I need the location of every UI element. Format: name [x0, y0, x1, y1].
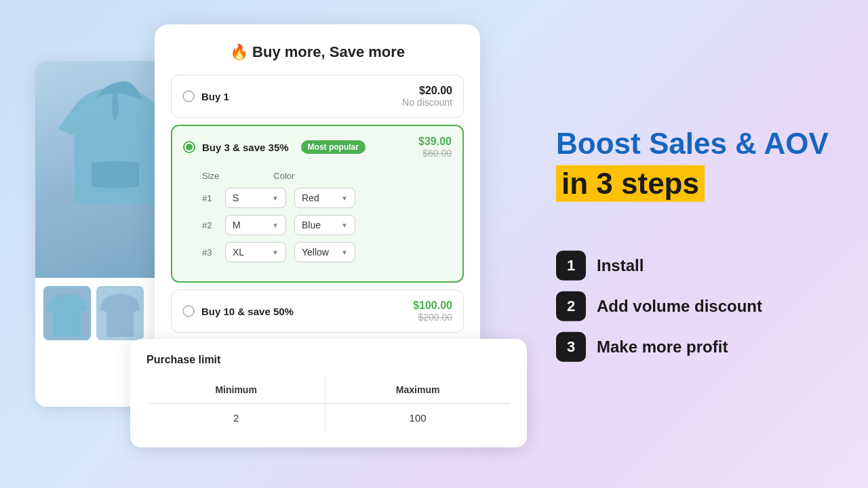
variant-header: Size Color	[202, 171, 452, 181]
size-select-1[interactable]: S ▼	[225, 188, 286, 208]
pl-value-maximum: 100	[326, 404, 511, 432]
pl-header-row: Minimum Maximum	[147, 376, 511, 404]
option-buy1-left: Buy 1	[182, 90, 229, 102]
color-header: Color	[273, 171, 294, 181]
purchase-limit-table: Minimum Maximum 2 100	[146, 375, 511, 432]
option-buy3[interactable]: Buy 3 & save 35% Most popular $39.00 $60…	[171, 125, 464, 283]
option-buy10-label: Buy 10 & save 50%	[201, 306, 294, 317]
color-arrow-2: ▼	[341, 222, 348, 229]
color-arrow-3: ▼	[341, 249, 348, 256]
size-select-2[interactable]: M ▼	[225, 215, 286, 235]
color-value-3: Yellow	[302, 247, 329, 258]
option-buy1-discount: No discount	[402, 97, 452, 108]
main-widget-card: 🔥 Buy more, Save more Buy 1 $20.00 No di…	[155, 24, 480, 359]
steps-list: 1 Install 2 Add volume discount 3 Make m…	[556, 250, 841, 361]
variant-row-2: #2 M ▼ Blue ▼	[202, 215, 452, 235]
pl-col-minimum: Minimum	[147, 376, 326, 404]
option-buy1-price: $20.00	[402, 85, 452, 97]
popular-badge: Most popular	[301, 140, 366, 154]
size-arrow-2: ▼	[272, 222, 279, 229]
option-buy10-left: Buy 10 & save 50%	[182, 305, 294, 317]
variant-num-3: #3	[202, 247, 217, 258]
radio-buy10[interactable]	[182, 305, 195, 317]
option-buy1-right: $20.00 No discount	[402, 85, 452, 108]
size-value-1: S	[233, 192, 239, 203]
step-label-1: Install	[597, 256, 644, 274]
option-buy10-original: $200.00	[413, 312, 452, 323]
product-thumb-2[interactable]	[96, 286, 144, 340]
option-buy3-original: $60.00	[418, 148, 452, 159]
size-arrow-1: ▼	[272, 195, 279, 202]
variant-row-1: #1 S ▼ Red ▼	[202, 188, 452, 208]
size-value-3: XL	[233, 247, 244, 258]
size-header: Size	[202, 171, 219, 181]
variant-num-1: #1	[202, 193, 217, 203]
step-item-3: 3 Make more profit	[556, 331, 841, 361]
step-label-3: Make more profit	[597, 337, 728, 356]
step-num-1: 1	[556, 250, 586, 280]
size-arrow-3: ▼	[272, 249, 279, 256]
step-label-2: Add volume discount	[597, 296, 762, 315]
color-select-1[interactable]: Red ▼	[294, 188, 355, 208]
variant-section: Size Color #1 S ▼ Red ▼	[183, 164, 452, 272]
color-select-3[interactable]: Yellow ▼	[294, 242, 355, 262]
size-select-3[interactable]: XL ▼	[225, 242, 286, 262]
option-buy10-price: $100.00	[413, 300, 452, 312]
step-item-2: 2 Add volume discount	[556, 291, 841, 321]
option-buy1[interactable]: Buy 1 $20.00 No discount	[171, 75, 464, 118]
option-buy3-left: Buy 3 & save 35% Most popular	[183, 140, 366, 154]
pl-value-minimum: 2	[147, 404, 326, 432]
option-buy1-label: Buy 1	[201, 91, 229, 102]
pl-col-maximum: Maximum	[326, 376, 511, 404]
step-num-3: 3	[556, 331, 586, 361]
boost-subtitle: in 3 steps	[556, 165, 705, 201]
purchase-limit-title: Purchase limit	[146, 354, 511, 366]
option-buy3-label: Buy 3 & save 35%	[202, 142, 289, 153]
pl-data-row: 2 100	[147, 404, 511, 432]
color-arrow-1: ▼	[341, 195, 348, 202]
purchase-limit-card: Purchase limit Minimum Maximum 2 100	[130, 339, 527, 447]
option-buy3-right: $39.00 $60.00	[418, 136, 452, 159]
right-panel: Boost Sales & AOV in 3 steps 1 Install 2…	[556, 127, 841, 362]
radio-buy3[interactable]	[183, 141, 195, 153]
step-item-1: 1 Install	[556, 250, 841, 280]
color-value-2: Blue	[302, 220, 321, 230]
option-buy3-price: $39.00	[418, 136, 452, 148]
variant-num-2: #2	[202, 220, 217, 230]
variant-row-3: #3 XL ▼ Yellow ▼	[202, 242, 452, 262]
boost-headline: Boost Sales & AOV	[556, 127, 841, 161]
color-value-1: Red	[302, 192, 319, 203]
option-buy10-right: $100.00 $200.00	[413, 300, 452, 323]
step-num-2: 2	[556, 291, 586, 321]
product-thumb-1[interactable]	[43, 286, 91, 340]
card-title: 🔥 Buy more, Save more	[171, 43, 464, 61]
radio-buy1[interactable]	[182, 90, 195, 102]
option-buy10[interactable]: Buy 10 & save 50% $100.00 $200.00	[171, 289, 464, 333]
size-value-2: M	[233, 220, 241, 230]
color-select-2[interactable]: Blue ▼	[294, 215, 355, 235]
